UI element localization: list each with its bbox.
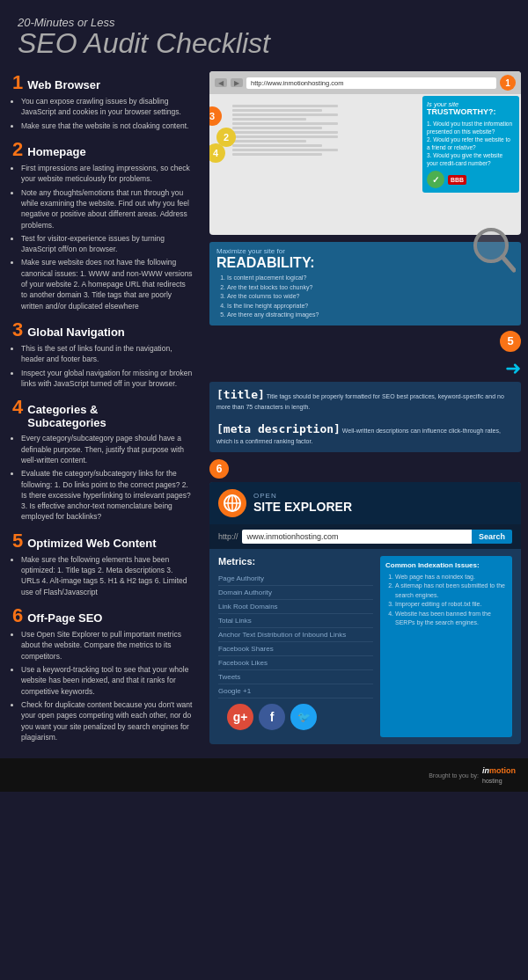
content-line — [232, 118, 306, 121]
readability-item3: Are the columns too wide? — [227, 292, 514, 302]
metric-fb-shares: Facebook Shares — [218, 642, 373, 656]
content-line — [232, 105, 338, 107]
header-title-italic: Checklist — [156, 27, 270, 59]
content-line — [232, 113, 338, 116]
trust-q3: 3. Would you give the website your credi… — [427, 152, 502, 166]
page-header: 20-Minutes or Less SEO Audit Checklist — [0, 0, 528, 66]
section6-label: Off-Page SEO — [27, 611, 102, 625]
metric-domain-authority: Domain Authority — [218, 586, 373, 600]
readability-box: Maximize your site for READABILITY: Is c… — [209, 242, 521, 325]
ose-panel: OPEN SITE EXPLORER http:// www.inmotionh… — [209, 482, 521, 744]
ose-logo-icon — [218, 489, 246, 517]
index-item3: Improper editing of robot.txt file. — [395, 600, 507, 610]
section1-bullet2: Make sure that the website is not cloaki… — [21, 121, 194, 131]
metric-tweets: Tweets — [218, 670, 373, 684]
svg-line-1 — [502, 257, 514, 270]
readability-item2: Are the text blocks too chunky? — [227, 283, 514, 293]
circle-badge-4: 4 — [209, 143, 225, 163]
section3-body: This is the set of links found in the na… — [12, 343, 194, 389]
section-homepage: 2 Homepage First impressions are lasting… — [12, 140, 194, 311]
readability-item5: Are there any distracting images? — [227, 311, 514, 320]
google-plus-icon: g+ — [227, 704, 253, 730]
section6-bullet1: Use Open Site Explorer to pull important… — [21, 629, 194, 662]
ose-open-label: OPEN — [253, 492, 352, 500]
section6-badge-row: 6 — [209, 459, 521, 479]
content-line — [232, 153, 322, 156]
section1-title: 1 Web Browser — [12, 73, 194, 92]
readability-item4: Is the line height appropriate? — [227, 302, 514, 311]
ose-search-button[interactable]: Search — [472, 530, 512, 544]
left-column: 1 Web Browser You can expose crawling is… — [0, 66, 202, 758]
metric-total-links: Total Links — [218, 614, 373, 628]
metric-link-root: Link Root Domains — [218, 600, 373, 614]
section5-label: Optimized Web Content — [27, 537, 156, 550]
content-line — [232, 131, 338, 134]
section3-num: 3 — [12, 320, 23, 340]
main-layout: 1 Web Browser You can expose crawling is… — [0, 66, 528, 758]
header-title-bold: SEO Audit — [18, 27, 148, 59]
content-line — [232, 109, 322, 112]
ose-content: Metrics: Page Authority Domain Authority… — [209, 549, 521, 744]
bbb-logo: BBB — [448, 175, 466, 185]
title-meta-box: [title] Title tags should be properly fo… — [209, 382, 521, 452]
facebook-icon: f — [259, 704, 285, 730]
trustworthy-box: Is your site TRUSTWORTHY?: 1. Would you … — [422, 96, 519, 193]
footer-brought-by: Brought to you by: — [429, 772, 479, 779]
section6-body: Use Open Site Explorer to pull important… — [12, 629, 194, 742]
ose-indexation-list: Web page has a noindex tag. A sitemap ha… — [385, 573, 507, 628]
readability-list: Is content placement logical? Are the te… — [216, 274, 514, 320]
title-tag-label: [title] — [216, 388, 265, 401]
forward-btn[interactable]: ▶ — [231, 78, 243, 87]
section-offpage-seo: 6 Off-Page SEO Use Open Site Explorer to… — [12, 606, 194, 742]
circle5-wrap: 5 — [209, 331, 521, 352]
content-line — [232, 135, 338, 138]
ose-url-bar: http:// www.inmotionhosting.com Search — [209, 524, 521, 549]
browser-toolbar: ◀ ▶ http://www.inmotionhosting.com 1 — [209, 71, 521, 94]
section-web-browser: 1 Web Browser You can expose crawling is… — [12, 73, 194, 131]
meta-tag-label: [meta description] — [216, 422, 341, 435]
ose-url-input[interactable]: www.inmotionhosting.com — [242, 530, 472, 544]
metric-google-plus: Google +1 — [218, 684, 373, 698]
readability-section: Maximize your site for READABILITY: Is c… — [209, 242, 521, 352]
ose-metrics-title: Metrics: — [218, 556, 373, 567]
trust-logos: ✓ BBB — [427, 171, 515, 188]
magnifier-icon — [472, 226, 516, 278]
trustworthy-title: TRUSTWORTHY?: — [427, 108, 515, 117]
content-line — [232, 127, 322, 129]
right-arrow-icon: ➜ — [505, 357, 521, 379]
ose-metrics-panel: Metrics: Page Authority Domain Authority… — [218, 556, 373, 737]
section2-bullet4: Make sure website does not have the foll… — [21, 257, 194, 311]
ose-indexation-panel: Common Indexation Issues: Web page has a… — [380, 556, 512, 737]
section2-body: First impressions are lasting impression… — [12, 163, 194, 311]
social-icons-row: g+ f 🐦 — [218, 698, 373, 737]
section6-title: 6 Off-Page SEO — [12, 606, 194, 625]
back-btn[interactable]: ◀ — [215, 78, 227, 87]
trustworthy-questions: 1. Would you trust the information prese… — [427, 120, 515, 168]
section6-num: 6 — [12, 606, 23, 625]
index-item1: Web page has a noindex tag. — [395, 573, 507, 582]
section3-title: 3 Global Navigation — [12, 320, 194, 340]
section5-title: 5 Optimized Web Content — [12, 531, 194, 551]
section4-body: Every category/subcategory page should h… — [12, 433, 194, 523]
content-line — [232, 122, 338, 125]
trust-q1: 1. Would you trust the information prese… — [427, 121, 512, 135]
url-bar[interactable]: http://www.inmotionhosting.com — [246, 77, 496, 89]
section1-label: Web Browser — [27, 78, 100, 91]
ose-indexation-title: Common Indexation Issues: — [385, 561, 507, 569]
section2-bullet2: Note any thoughts/emotions that run thro… — [21, 187, 194, 230]
section4-num: 4 — [12, 398, 23, 417]
section3-bullet2: Inspect your global navigation for missi… — [21, 368, 194, 390]
section2-title: 2 Homepage — [12, 140, 194, 159]
readability-heading: READABILITY: — [216, 256, 514, 270]
section5-num: 5 — [12, 531, 23, 551]
content-line — [232, 140, 306, 143]
twitter-icon: 🐦 — [290, 704, 317, 730]
header-title: SEO Audit Checklist — [18, 29, 510, 57]
section5-bullet1: Make sure the following elements have be… — [21, 554, 194, 597]
section-optimized-content: 5 Optimized Web Content Make sure the fo… — [12, 531, 194, 597]
ose-name-label: SITE EXPLORER — [253, 500, 352, 514]
arrow-indicator: ➜ — [209, 357, 521, 380]
section2-bullet3: Test for visitor-experience issues by tu… — [21, 233, 194, 255]
section2-num: 2 — [12, 140, 23, 159]
page-content-lines — [232, 105, 338, 156]
